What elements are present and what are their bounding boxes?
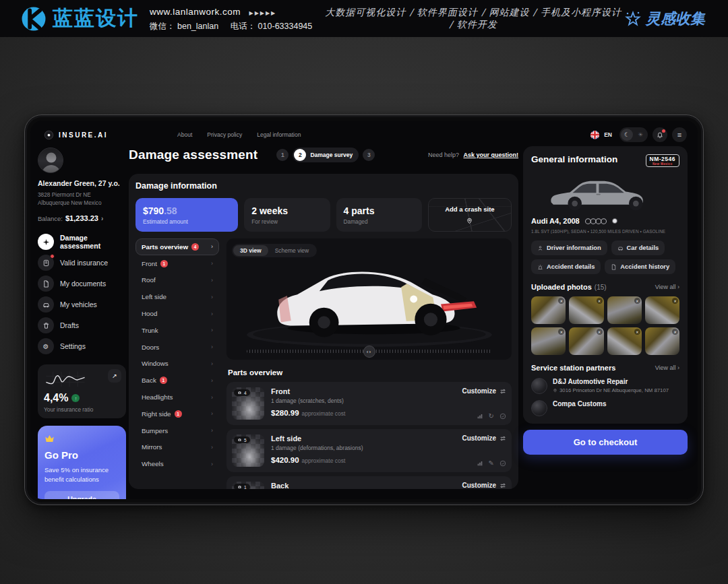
history-icon: [611, 264, 617, 270]
lanlan-logo-icon: [20, 5, 47, 32]
parts-nav-headlights[interactable]: Headlights›: [135, 389, 219, 405]
light-mode-icon[interactable]: ☀: [634, 129, 646, 141]
uploaded-photo[interactable]: ✕: [569, 296, 603, 324]
bars-icon: [477, 413, 483, 420]
part-thumbnail: 4: [232, 387, 264, 420]
balance-row[interactable]: Balance: $1,233.23 ›: [38, 214, 126, 222]
parts-nav-wheels[interactable]: Wheels›: [135, 455, 219, 472]
theme-toggle[interactable]: ☾ ☀: [619, 127, 648, 142]
step-2-number: 2: [294, 149, 306, 161]
general-info-panel: General information NM-2546 New Mexico: [523, 146, 688, 424]
insurance-ratio-card: ↗ 4,4% ↑ Your insurance ratio: [38, 364, 126, 418]
scrubber-handle[interactable]: ‹›: [363, 346, 375, 358]
button-driver-information[interactable]: Driver information: [531, 240, 607, 255]
uploaded-photo[interactable]: ✕: [531, 296, 566, 324]
customize-button[interactable]: Customize: [462, 387, 506, 395]
parts-nav-parts-overview[interactable]: Parts overview4›: [135, 238, 219, 255]
parts-nav-windows[interactable]: Windows›: [135, 356, 219, 372]
sidebar-item-settings[interactable]: ⚙Settings: [38, 338, 126, 354]
user-address: 3828 Piermont Dr NE Albuquerque New Mexi…: [38, 191, 112, 207]
close-icon[interactable]: ✕: [634, 329, 640, 335]
refresh-icon[interactable]: ↻: [489, 412, 494, 420]
parts-nav-doors[interactable]: Doors›: [135, 339, 219, 356]
parts-nav-right-side[interactable]: Right side1›: [135, 405, 219, 422]
uploaded-photo[interactable]: ✕: [607, 327, 642, 355]
close-icon[interactable]: ✕: [597, 298, 603, 304]
parts-nav-back[interactable]: Back1›: [135, 372, 219, 389]
sidebar-item-drafts[interactable]: Drafts: [38, 317, 126, 333]
upgrade-button[interactable]: Upgrade: [44, 491, 119, 499]
uploaded-photo[interactable]: ✕: [645, 296, 679, 324]
chevron-right-icon: ›: [211, 360, 213, 367]
step-1[interactable]: 1: [276, 149, 289, 161]
sidebar: Alexander Green, 27 y.o. 3828 Piermont D…: [38, 148, 126, 499]
close-icon[interactable]: ✕: [597, 329, 603, 335]
close-icon[interactable]: ✕: [558, 298, 564, 304]
customize-button[interactable]: Customize: [462, 434, 506, 442]
user-avatar[interactable]: [38, 148, 63, 173]
parts-nav-roof[interactable]: Roof›: [135, 272, 219, 289]
sidebar-item-damage-assessment[interactable]: Damage assessment: [38, 234, 126, 250]
crown-icon: [44, 434, 55, 443]
part-row-left-side[interactable]: 5Left side1 damage (deformations, abrasi…: [226, 429, 512, 472]
dark-mode-icon[interactable]: ☾: [621, 129, 633, 141]
close-icon[interactable]: ✕: [672, 298, 678, 304]
part-row-front[interactable]: 4Front1 damage (scratches, dents)$280.99…: [226, 382, 512, 425]
chevron-right-icon: ›: [211, 294, 213, 300]
parts-nav-left-side[interactable]: Left side›: [135, 288, 219, 305]
nav-link-privacy-policy[interactable]: Privacy policy: [207, 131, 242, 138]
step-3[interactable]: 3: [363, 149, 375, 161]
nav-link-about[interactable]: About: [177, 131, 192, 138]
partners-view-all-link[interactable]: View all ›: [654, 364, 679, 371]
hamburger-menu-button[interactable]: ≡: [672, 127, 687, 142]
sidebar-item-valid-insurance[interactable]: Valid insurance: [38, 255, 126, 271]
sidebar-item-my-vehicles[interactable]: My vehicles: [38, 296, 126, 313]
close-icon[interactable]: ✕: [672, 329, 678, 335]
parts-nav-mirrors[interactable]: Mirrors›: [135, 439, 219, 456]
close-icon[interactable]: ✕: [634, 298, 640, 304]
banner-phone: 电话： 010-63334945: [231, 22, 313, 31]
stat-value: 2 weeks: [251, 205, 322, 216]
tab-3d-view[interactable]: 3D view: [233, 245, 268, 256]
ask-question-link[interactable]: Ask your question!: [463, 152, 518, 158]
part-row-back[interactable]: 1BackCustomize↻: [226, 476, 512, 489]
uploaded-photo[interactable]: ✕: [607, 296, 642, 324]
uploaded-photo[interactable]: ✕: [645, 327, 679, 355]
button-label: Driver information: [547, 245, 601, 251]
parts-nav-label: Right side: [142, 410, 171, 418]
language-label[interactable]: EN: [604, 131, 612, 138]
uk-flag-icon[interactable]: [590, 131, 599, 139]
customize-button[interactable]: Customize: [462, 482, 506, 489]
button-car-details[interactable]: Car details: [611, 240, 665, 255]
add-crash-site-button[interactable]: Add a crash site: [428, 198, 512, 232]
partner-d-j-automotive-repair[interactable]: D&J Automotive Repair3016 Princeton Dr N…: [531, 378, 679, 394]
uploaded-photo[interactable]: ✕: [569, 327, 603, 355]
parts-nav-bumpers[interactable]: Bumpers›: [135, 422, 219, 439]
nav-link-legal-information[interactable]: Legal information: [257, 131, 301, 138]
car-3d-viewer[interactable]: 3D viewScheme view: [226, 238, 512, 360]
notifications-button[interactable]: [653, 127, 667, 142]
button-accident-details[interactable]: Accident details: [531, 259, 601, 274]
sidebar-item-my-documents[interactable]: My documents: [38, 275, 126, 292]
sidebar-item-label: Valid insurance: [60, 259, 108, 267]
parts-nav-hood[interactable]: Hood›: [135, 305, 219, 322]
parts-nav-front[interactable]: Front1›: [135, 255, 219, 272]
check-circle-icon[interactable]: [499, 413, 506, 420]
edit-icon[interactable]: ✎: [489, 459, 494, 467]
close-icon[interactable]: ✕: [558, 329, 564, 335]
check-circle-icon[interactable]: [499, 460, 506, 467]
photos-view-all-link[interactable]: View all ›: [654, 284, 679, 290]
parts-nav-trunk[interactable]: Trunk›: [135, 322, 219, 339]
car-icon: [38, 296, 54, 313]
uploaded-photo[interactable]: ✕: [531, 327, 566, 355]
part-price-note: approximate cost: [302, 457, 346, 464]
open-ratio-button[interactable]: ↗: [108, 369, 121, 383]
checkout-button[interactable]: Go to checkout: [523, 430, 688, 455]
tab-scheme-view[interactable]: Scheme view: [268, 245, 316, 256]
damage-panel: Damage information $790.58Estimated amou…: [129, 174, 518, 489]
partner-compa-customs[interactable]: Compa Customs: [531, 400, 679, 416]
insurance-icon: [38, 255, 54, 271]
step-2-active[interactable]: 2 Damage survey: [293, 148, 359, 162]
button-accident-history[interactable]: Accident history: [605, 259, 675, 274]
general-info-title: General information: [531, 154, 617, 164]
